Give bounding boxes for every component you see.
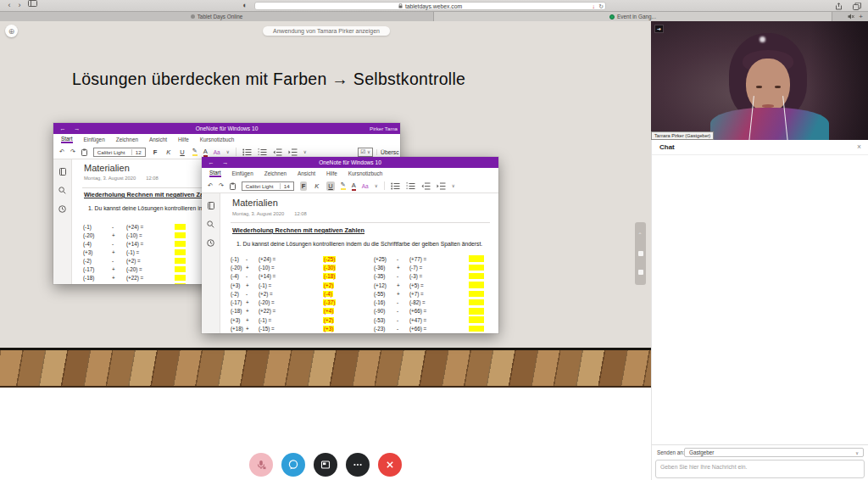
tab-overview-icon[interactable] (853, 3, 861, 10)
chevron-down-icon[interactable]: ∨ (375, 183, 378, 188)
italic-button[interactable]: K (313, 181, 320, 191)
highlighter-button[interactable]: ✎ (192, 148, 198, 156)
download-icon[interactable]: ↓ (593, 3, 596, 10)
lock-icon (398, 3, 403, 8)
person-eye (756, 86, 762, 88)
tab-tablet-days[interactable]: Tablet Days Online (0, 12, 434, 21)
menu-hilfe[interactable]: Hilfe (178, 137, 189, 142)
chat-message-input[interactable] (655, 460, 865, 478)
indent-icon[interactable] (437, 182, 446, 190)
webcam-video[interactable]: ➔ Tamara Pirker (Gastgeber) (651, 21, 868, 140)
math-cell-b: (+22) = (126, 275, 175, 281)
bold-button[interactable]: F (300, 181, 308, 191)
annotation-target-button[interactable]: ⊕ (5, 25, 18, 37)
onenote-page[interactable]: Materialien Montag, 3. August 2020 12:08… (220, 193, 498, 333)
clipboard-icon[interactable] (230, 182, 236, 190)
send-to-select[interactable]: Gastgeber ∨ (684, 448, 864, 457)
menu-start[interactable]: Start (209, 170, 221, 177)
notebooks-icon[interactable] (207, 202, 215, 209)
sidebar-icon[interactable] (28, 0, 37, 11)
bold-button[interactable]: F (152, 148, 159, 157)
clipboard-icon[interactable] (81, 148, 87, 156)
reader-mode-icon[interactable]: ◐ (240, 0, 250, 11)
font-color-button[interactable]: A (203, 148, 208, 157)
leave-meeting-button[interactable] (378, 453, 402, 477)
answer-highlight-box (175, 266, 186, 272)
browser-toolbar: ‹ › ◐ tabletdays.webex.com ↓ ↻ (0, 0, 868, 12)
font-color-button[interactable]: A (352, 181, 356, 191)
bullet-list-icon[interactable] (391, 182, 400, 190)
tab-audio-icon[interactable] (848, 14, 854, 20)
menu-ansicht[interactable]: Ansicht (298, 170, 315, 176)
highlighter-button[interactable]: ✎ (341, 181, 346, 190)
titlebar[interactable]: ← → OneNote für Windows 10 Pirker Tama (53, 123, 400, 134)
mute-mic-button[interactable] (249, 453, 273, 477)
reload-icon[interactable]: ↻ (598, 3, 604, 10)
annotation-side-toolbar[interactable]: ⌃ (635, 222, 646, 285)
indent-icon[interactable] (288, 148, 298, 156)
outdent-icon[interactable] (421, 182, 431, 190)
chevron-down-icon[interactable]: ∨ (226, 149, 230, 154)
heading-style-button[interactable]: Übersc (376, 149, 402, 155)
panel-icon[interactable] (638, 270, 643, 275)
numbered-list-icon[interactable] (406, 182, 415, 190)
italic-button[interactable]: K (164, 148, 172, 157)
menu-kursnotizbuch[interactable]: Kursnotizbuch (200, 137, 235, 142)
format-painter-button[interactable]: Aa (214, 149, 220, 155)
instruction-text: 1. Du kannst deine Lösungen kontrolliere… (88, 205, 205, 211)
menu-hilfe[interactable]: Hilfe (326, 170, 337, 176)
math-cell-a2: (+25) (374, 256, 397, 262)
chevron-down-icon[interactable]: ∨ (452, 183, 455, 188)
redo-icon[interactable]: ↷ (219, 182, 224, 189)
new-tab-icon[interactable]: + (859, 13, 863, 21)
search-icon[interactable] (207, 220, 214, 228)
undo-icon[interactable]: ↶ (208, 182, 213, 189)
share-application-button[interactable] (314, 453, 337, 477)
more-options-button[interactable] (346, 453, 370, 477)
underline-button[interactable]: U (326, 181, 334, 191)
forward-icon[interactable]: › (15, 0, 24, 11)
menu-start[interactable]: Start (61, 136, 73, 143)
format-painter-button[interactable]: Aa (362, 183, 369, 189)
popout-icon[interactable]: ➔ (654, 25, 664, 33)
panel-icon[interactable] (638, 251, 643, 256)
menu-ansicht[interactable]: Ansicht (149, 137, 167, 142)
math-cell-b: (-1) = (126, 249, 175, 255)
chevron-down-icon[interactable]: ∨ (303, 149, 307, 154)
numbered-list-icon[interactable] (258, 148, 267, 156)
math-cell-b: (+22) = (259, 308, 323, 314)
url-bar[interactable]: tabletdays.webex.com ↓ ↻ (254, 2, 606, 10)
recent-icon[interactable] (207, 239, 214, 247)
notebooks-icon[interactable] (58, 168, 67, 176)
math-cell-op2: - (397, 299, 409, 305)
share-icon[interactable] (835, 3, 843, 10)
math-cell-b2: (-3) = (409, 273, 469, 279)
recent-icon[interactable] (58, 205, 66, 213)
font-picker[interactable]: Calibri Light 14 (242, 181, 294, 191)
answer-highlight-box (175, 275, 186, 281)
math-cell-op2: - (397, 326, 409, 332)
todo-tag-button[interactable]: ☑ ∨ (358, 148, 373, 157)
tab-event[interactable]: Event in Gang... (434, 12, 832, 21)
menu-kursnotizbuch[interactable]: Kursnotizbuch (348, 170, 383, 176)
menu-zeichnen[interactable]: Zeichnen (264, 170, 287, 176)
redo-icon[interactable]: ↷ (70, 148, 75, 155)
chat-button[interactable] (281, 453, 305, 477)
underline-button[interactable]: U (178, 148, 186, 157)
menu-einfuegen[interactable]: Einfügen (232, 170, 253, 176)
back-icon[interactable]: ‹ (5, 0, 14, 11)
bullet-list-icon[interactable] (242, 148, 252, 156)
collapse-icon[interactable]: ⌃ (638, 232, 643, 237)
math-cell-res: (-18) (323, 273, 336, 279)
search-icon[interactable] (58, 187, 66, 194)
math-cell-b: (+24) = (126, 224, 175, 230)
undo-icon[interactable]: ↶ (59, 148, 64, 155)
font-picker[interactable]: Calibri Light 12 (93, 148, 146, 157)
close-icon[interactable]: × (857, 142, 861, 151)
math-row: (+3)+(-1) =(+2)(+12)+(+5) = (220, 281, 498, 289)
menu-einfuegen[interactable]: Einfügen (84, 137, 105, 142)
menu-zeichnen[interactable]: Zeichnen (116, 137, 138, 142)
titlebar[interactable]: ← → OneNote für Windows 10 (202, 157, 498, 168)
onenote-window-2: ← → OneNote für Windows 10 Start Einfüge… (202, 157, 498, 333)
outdent-icon[interactable] (273, 148, 282, 156)
